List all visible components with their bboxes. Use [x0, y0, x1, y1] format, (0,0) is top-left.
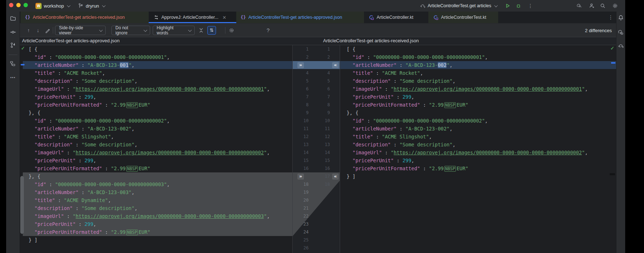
- code-line[interactable]: [20, 244, 292, 252]
- tab-article-controller-test-kt[interactable]: ArticleControllerTest.kt: [428, 12, 498, 23]
- tab-options-kebab-icon[interactable]: ⋮: [608, 14, 613, 20]
- code-line[interactable]: "pricePerUnit" : 299,: [340, 93, 616, 101]
- ai-chat-toolwindow-icon[interactable]: [618, 29, 624, 35]
- next-difference-icon[interactable]: ↓: [35, 27, 41, 33]
- apply-change-right-icon[interactable]: »: [297, 62, 304, 68]
- code-segment: [347, 166, 352, 171]
- code-line[interactable]: } ]: [20, 236, 292, 244]
- code-line[interactable]: "articleNumber" : "A-BCD-123-002",: [340, 125, 616, 133]
- code-line[interactable]: "imageUrl" : "https://approvej.org/image…: [340, 85, 616, 93]
- more-run-actions-button[interactable]: ⋮: [528, 0, 533, 12]
- deletion-stripe-marker[interactable]: [610, 173, 615, 175]
- received-editor-pane[interactable]: [ { "id" : "00000000-0000-0000-0000-0000…: [340, 45, 616, 253]
- ai-assistant-button[interactable]: [576, 0, 582, 12]
- project-widget[interactable]: W workshop: [35, 0, 69, 12]
- maximize-window-button[interactable]: [24, 3, 28, 7]
- left-pane-accept-check-icon[interactable]: ✓: [21, 46, 25, 51]
- tab-approvej-diff[interactable]: ApproveJ: ArticleController... ✕: [149, 12, 236, 23]
- run-play-icon: [505, 3, 510, 9]
- highlight-mode-select[interactable]: Highlight words: [153, 26, 195, 35]
- code-line[interactable]: }, {: [20, 109, 292, 117]
- code-line[interactable]: "imageUrl" : "https://approvej.org/image…: [20, 149, 292, 156]
- code-line[interactable]: "id" : "00000000-0000-0000-0000-00000000…: [20, 53, 292, 61]
- code-line[interactable]: "articleNumber" : "A-BCD-123-001",: [20, 61, 292, 69]
- code-line[interactable]: "pricePerUnitFormatted" : "2.99NBSPEUR": [340, 164, 616, 172]
- code-line[interactable]: "description" : "Some description",: [20, 77, 292, 85]
- left-line-number: 20: [298, 196, 309, 204]
- apply-deletion-left-icon[interactable]: «: [332, 173, 339, 180]
- code-line[interactable]: "pricePerUnitFormatted" : "2.99NBSPEUR": [20, 101, 292, 109]
- code-line[interactable]: "title" : "ACME Dynamite",: [20, 196, 292, 204]
- edit-pencil-icon[interactable]: [45, 27, 51, 33]
- code-line[interactable]: "imageUrl" : "https://approvej.org/image…: [340, 149, 616, 156]
- code-line[interactable]: "articleNumber" : "A-BCD-123-002",: [20, 125, 292, 133]
- code-segment: [347, 118, 352, 124]
- version-control-toolwindow-icon[interactable]: [10, 42, 16, 48]
- diff-icon: [153, 14, 159, 20]
- close-icon[interactable]: ✕: [223, 15, 226, 20]
- apply-change-left-icon[interactable]: «: [332, 62, 339, 68]
- notifications-bell-icon[interactable]: [618, 14, 624, 21]
- code-line[interactable]: "imageUrl" : "https://approvej.org/image…: [20, 212, 292, 220]
- code-line[interactable]: }, {: [20, 172, 292, 180]
- run-button[interactable]: [505, 0, 510, 12]
- project-toolwindow-icon[interactable]: [10, 15, 16, 22]
- code-line[interactable]: "title" : "ACME Rocket",: [20, 69, 292, 77]
- code-line[interactable]: "pricePerUnit" : 299,: [20, 156, 292, 164]
- previous-difference-icon[interactable]: ↑: [26, 27, 31, 33]
- code-line[interactable]: } ]: [340, 172, 616, 180]
- tab-approved-json[interactable]: {} ArticleControllerTest-get articles-ap…: [236, 12, 364, 23]
- diff-settings-gear-icon[interactable]: [229, 27, 234, 33]
- close-window-button[interactable]: [9, 3, 13, 7]
- branch-widget[interactable]: dryrun: [78, 0, 105, 12]
- code-line[interactable]: "title" : "ACME Slingshot",: [20, 133, 292, 141]
- code-line[interactable]: }, {: [340, 109, 616, 117]
- code-segment: "pricePerUnit": [352, 158, 394, 163]
- code-line[interactable]: "title" : "ACME Slingshot",: [340, 133, 616, 141]
- code-line[interactable]: "title" : "ACME Rocket",: [340, 69, 616, 77]
- code-line[interactable]: "articleNumber" : "A-BCD-123-003",: [20, 188, 292, 196]
- code-line[interactable]: [340, 180, 616, 188]
- code-line[interactable]: "id" : "00000000-0000-0000-0000-00000000…: [20, 117, 292, 125]
- right-pane-accept-check-icon[interactable]: ✓: [610, 46, 614, 51]
- apply-deletion-right-icon[interactable]: »: [297, 173, 304, 180]
- gradle-toolwindow-icon[interactable]: [618, 43, 624, 49]
- commit-toolwindow-icon[interactable]: [10, 29, 16, 35]
- tab-article-controller-kt[interactable]: ArticleController.kt: [364, 12, 428, 23]
- more-toolwindows-icon[interactable]: •••: [10, 75, 16, 80]
- debug-button[interactable]: [516, 0, 521, 12]
- change-stripe-marker[interactable]: [611, 62, 615, 64]
- search-everywhere-button[interactable]: [600, 0, 606, 12]
- code-line[interactable]: [ {: [20, 45, 292, 53]
- code-line[interactable]: "id" : "00000000-0000-0000-0000-00000000…: [340, 117, 616, 125]
- code-line[interactable]: "pricePerUnitFormatted" : "2.99NBSPEUR": [20, 164, 292, 172]
- settings-button[interactable]: [612, 0, 618, 12]
- code-line[interactable]: "description" : "Some description",: [340, 141, 616, 149]
- code-with-me-button[interactable]: [589, 0, 595, 12]
- approved-editor-pane[interactable]: [ { "id" : "00000000-0000-0000-0000-0000…: [20, 45, 292, 253]
- code-line[interactable]: "description" : "Some description",: [20, 204, 292, 212]
- run-configuration-widget[interactable]: ArticleControllerTest.get articles: [420, 0, 497, 12]
- help-icon[interactable]: ?: [265, 27, 271, 33]
- code-line[interactable]: "articleNumber" : "A-BCD-123-002",: [340, 61, 616, 69]
- whitespace-ignore-select[interactable]: Do not ignore: [111, 26, 150, 35]
- code-segment: :: [373, 134, 382, 140]
- synchronize-scrolling-toggle[interactable]: ⇅: [207, 26, 216, 35]
- code-line[interactable]: "imageUrl" : "https://approvej.org/image…: [20, 85, 292, 93]
- structure-toolwindow-icon[interactable]: [10, 60, 16, 67]
- viewer-mode-select[interactable]: Side-by-side viewer: [55, 26, 106, 35]
- collapse-unchanged-icon[interactable]: [198, 27, 204, 33]
- code-line[interactable]: "pricePerUnit" : 299,: [20, 93, 292, 101]
- code-line[interactable]: "pricePerUnit" : 299,: [340, 156, 616, 164]
- code-segment: ,: [267, 213, 270, 219]
- code-line[interactable]: "pricePerUnit" : 299,: [20, 220, 292, 228]
- tab-received-json[interactable]: {} ArticleControllerTest-get articles-re…: [21, 12, 149, 23]
- code-line[interactable]: "id" : "00000000-0000-0000-0000-00000000…: [340, 53, 616, 61]
- code-line[interactable]: "id" : "00000000-0000-0000-0000-00000000…: [20, 180, 292, 188]
- code-line[interactable]: "pricePerUnitFormatted" : "2.99NBSPEUR": [20, 228, 292, 236]
- code-line[interactable]: "description" : "Some description",: [340, 77, 616, 85]
- minimize-window-button[interactable]: [16, 3, 21, 7]
- code-line[interactable]: [ {: [340, 45, 616, 53]
- code-line[interactable]: "pricePerUnitFormatted" : "2.99NBSPEUR": [340, 101, 616, 109]
- code-line[interactable]: "description" : "Some description",: [20, 141, 292, 149]
